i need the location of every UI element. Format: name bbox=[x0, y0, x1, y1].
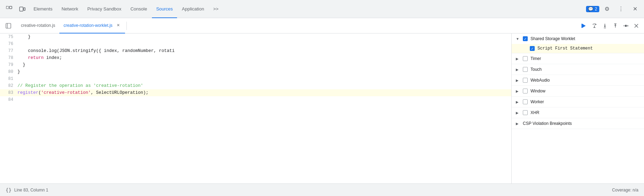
code-line-81: 81 bbox=[0, 75, 511, 82]
status-bar: {} Line 83, Column 1 Coverage: n/a bbox=[0, 183, 644, 196]
code-line-75: 75 } bbox=[0, 33, 511, 40]
item-checkbox-script-first[interactable]: ✓ bbox=[530, 46, 535, 51]
breakpoint-item-script-first[interactable]: ✓ Script First Statement bbox=[512, 44, 644, 53]
file-tabs-bar: creative-rotation.js creative-rotation-w… bbox=[0, 18, 644, 33]
message-badge[interactable]: 💬 2 bbox=[586, 6, 599, 12]
code-line-83: 83 register('creative-rotation', SelectU… bbox=[0, 89, 511, 96]
code-line-82: 82 // Register the operation as 'creativ… bbox=[0, 82, 511, 89]
code-line-76: 76 bbox=[0, 40, 511, 47]
tab-privacy-sandbox[interactable]: Privacy Sandbox bbox=[83, 0, 126, 18]
section-header-shared-storage[interactable]: ▼ ✓ Shared Storage Worklet bbox=[512, 33, 644, 44]
svg-rect-0 bbox=[6, 6, 9, 9]
code-line-78: 78 return index; bbox=[0, 54, 511, 61]
code-line-80: 80 } bbox=[0, 68, 511, 75]
section-checkbox-window[interactable] bbox=[523, 89, 528, 93]
code-line-84: 84 bbox=[0, 96, 511, 103]
step-out-button[interactable] bbox=[610, 21, 620, 31]
code-line-79: 79 } bbox=[0, 61, 511, 68]
step-into-button[interactable] bbox=[600, 21, 610, 31]
section-checkbox-xhr[interactable] bbox=[523, 110, 528, 115]
section-header-touch[interactable]: ▶ Touch bbox=[512, 64, 644, 75]
section-header-csp[interactable]: ▶ CSP Violation Breakpoints bbox=[512, 118, 644, 129]
toolbar-separator bbox=[126, 22, 127, 30]
section-label-worker: Worker bbox=[530, 99, 544, 104]
tab-overflow[interactable]: >> bbox=[209, 0, 222, 18]
svg-rect-2 bbox=[20, 7, 23, 11]
section-label-timer: Timer bbox=[530, 56, 541, 61]
section-xhr: ▶ XHR bbox=[512, 107, 644, 118]
debug-toolbar bbox=[579, 21, 641, 31]
tab-sources[interactable]: Sources bbox=[152, 0, 177, 18]
tabs-right-area: 💬 2 ⚙ ⋮ ✕ bbox=[586, 3, 641, 15]
section-checkbox-shared-storage[interactable]: ✓ bbox=[523, 36, 528, 41]
section-checkbox-worker[interactable] bbox=[523, 99, 528, 104]
section-label-csp: CSP Violation Breakpoints bbox=[523, 121, 572, 126]
device-toolbar-icon[interactable] bbox=[16, 3, 29, 15]
tab-application[interactable]: Application bbox=[178, 0, 208, 18]
section-label-touch: Touch bbox=[530, 67, 542, 72]
chevron-right-icon-xhr: ▶ bbox=[516, 111, 520, 115]
section-label-shared-storage: Shared Storage Worklet bbox=[530, 36, 575, 41]
main-area: 75 } 76 77 console.log(JSON.stringify({ … bbox=[0, 33, 644, 183]
more-options-icon[interactable]: ⋮ bbox=[615, 3, 627, 15]
resume-button[interactable] bbox=[579, 21, 589, 31]
status-left: {} Line 83, Column 1 bbox=[6, 187, 48, 193]
step-button[interactable] bbox=[621, 21, 631, 31]
section-label-window: Window bbox=[530, 89, 546, 93]
section-timer: ▶ Timer bbox=[512, 53, 644, 64]
section-csp: ▶ CSP Violation Breakpoints bbox=[512, 118, 644, 129]
code-line-77: 77 console.log(JSON.stringify({ index, r… bbox=[0, 47, 511, 54]
sidebar-toggle-button[interactable] bbox=[3, 20, 14, 31]
chevron-right-icon-csp: ▶ bbox=[516, 122, 520, 126]
svg-rect-3 bbox=[24, 8, 25, 10]
section-header-timer[interactable]: ▶ Timer bbox=[512, 53, 644, 64]
breakpoints-panel: ▼ ✓ Shared Storage Worklet ✓ Script Firs… bbox=[511, 33, 644, 183]
deactivate-breakpoints-button[interactable] bbox=[631, 21, 641, 31]
file-tab-creative-rotation[interactable]: creative-rotation.js bbox=[17, 18, 59, 33]
status-coverage: Coverage: n/a bbox=[612, 188, 638, 193]
tab-elements[interactable]: Elements bbox=[29, 0, 57, 18]
section-shared-storage-worklet: ▼ ✓ Shared Storage Worklet ✓ Script Firs… bbox=[512, 33, 644, 53]
section-checkbox-touch[interactable] bbox=[523, 67, 528, 72]
chevron-right-icon-window: ▶ bbox=[516, 89, 520, 93]
section-header-webaudio[interactable]: ▶ WebAudio bbox=[512, 75, 644, 85]
section-touch: ▶ Touch bbox=[512, 64, 644, 75]
chevron-right-icon-touch: ▶ bbox=[516, 68, 520, 71]
section-label-xhr: XHR bbox=[530, 110, 539, 115]
section-worker: ▶ Worker bbox=[512, 97, 644, 107]
svg-point-14 bbox=[625, 25, 627, 27]
section-header-xhr[interactable]: ▶ XHR bbox=[512, 107, 644, 118]
code-lines: 75 } 76 77 console.log(JSON.stringify({ … bbox=[0, 33, 511, 103]
settings-icon[interactable]: ⚙ bbox=[601, 3, 613, 15]
section-checkbox-webaudio[interactable] bbox=[523, 78, 528, 83]
close-tab-icon[interactable]: ✕ bbox=[115, 23, 121, 28]
tab-network[interactable]: Network bbox=[57, 0, 82, 18]
chevron-down-icon: ▼ bbox=[516, 37, 520, 41]
section-header-window[interactable]: ▶ Window bbox=[512, 86, 644, 96]
tab-console[interactable]: Console bbox=[126, 0, 151, 18]
section-header-worker[interactable]: ▶ Worker bbox=[512, 97, 644, 107]
svg-marker-6 bbox=[582, 24, 586, 28]
svg-rect-1 bbox=[9, 6, 12, 9]
close-devtools-icon[interactable]: ✕ bbox=[629, 3, 641, 15]
status-line-col: Line 83, Column 1 bbox=[14, 188, 48, 193]
section-label-webaudio: WebAudio bbox=[530, 78, 550, 83]
chevron-right-icon-worker: ▶ bbox=[516, 100, 520, 104]
section-window: ▶ Window bbox=[512, 86, 644, 97]
code-editor[interactable]: 75 } 76 77 console.log(JSON.stringify({ … bbox=[0, 33, 511, 183]
curly-braces-icon[interactable]: {} bbox=[6, 187, 12, 193]
chevron-right-icon: ▶ bbox=[516, 57, 520, 61]
item-label-script-first: Script First Statement bbox=[537, 46, 593, 51]
section-checkbox-timer[interactable] bbox=[523, 56, 528, 61]
chevron-right-icon-webaudio: ▶ bbox=[516, 78, 520, 82]
file-tab-worklet[interactable]: creative-rotation-worklet.js ✕ bbox=[59, 18, 125, 33]
devtools-tab-bar: Elements Network Privacy Sandbox Console… bbox=[0, 0, 644, 18]
section-webaudio: ▶ WebAudio bbox=[512, 75, 644, 86]
inspect-icon[interactable] bbox=[3, 3, 15, 15]
step-over-button[interactable] bbox=[590, 21, 599, 31]
svg-rect-4 bbox=[6, 23, 11, 28]
